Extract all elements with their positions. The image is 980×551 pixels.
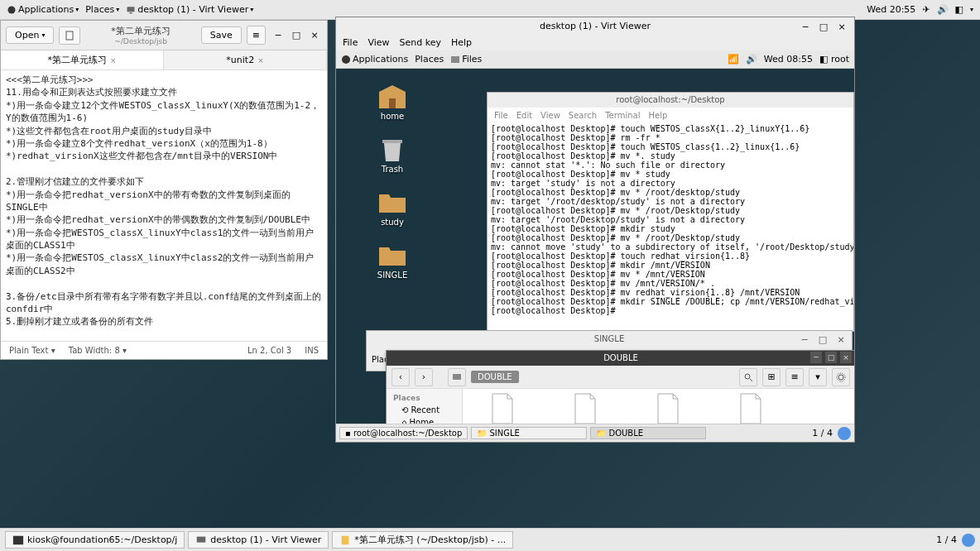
file-icon xyxy=(655,392,681,425)
svg-rect-15 xyxy=(342,535,349,544)
study-folder-icon[interactable]: study xyxy=(368,189,417,227)
maximize-button[interactable]: □ xyxy=(825,352,837,363)
save-button[interactable]: Save xyxy=(201,26,242,44)
close-icon[interactable]: × xyxy=(110,56,117,65)
term-menu-terminal[interactable]: Terminal xyxy=(605,111,640,120)
display-icon xyxy=(195,534,207,546)
view-options-button[interactable]: ▾ xyxy=(809,368,827,386)
active-window-menu[interactable]: desktop (1) - Virt Viewer▾ xyxy=(126,4,253,15)
forward-button[interactable]: › xyxy=(415,368,433,386)
minimize-button[interactable]: ─ xyxy=(798,19,813,34)
menu-sendkey[interactable]: Send key xyxy=(400,37,441,48)
list-view-button[interactable]: ≡ xyxy=(785,368,804,386)
close-button[interactable]: × xyxy=(833,333,848,347)
svg-rect-5 xyxy=(451,56,459,63)
maximize-button[interactable]: □ xyxy=(816,19,831,34)
tabwidth-selector[interactable]: Tab Width: 8 ▾ xyxy=(69,346,127,355)
hamburger-button[interactable]: ≡ xyxy=(247,26,266,45)
single-folder-icon[interactable]: SINGLE xyxy=(368,242,417,280)
applications-menu[interactable]: Applications▾ xyxy=(7,4,79,15)
task-gedit[interactable]: *第二单元练习 (~/Desktop/jsb) - ... xyxy=(332,531,513,549)
path-button[interactable]: DOUBLE xyxy=(471,371,519,383)
close-button[interactable]: × xyxy=(834,19,849,34)
workspace-switcher-icon[interactable] xyxy=(838,427,851,440)
minimize-button[interactable]: ─ xyxy=(810,352,822,363)
menu-file[interactable]: File xyxy=(343,37,358,48)
workspace-switcher-icon[interactable] xyxy=(962,534,975,547)
folder-icon xyxy=(377,84,407,110)
folder-icon xyxy=(377,242,407,269)
svg-point-0 xyxy=(8,6,16,13)
guest-workspace[interactable]: 1 / 4 xyxy=(812,428,833,438)
host-bottom-panel: kiosk@foundation65:~/Desktop/j desktop (… xyxy=(0,528,980,551)
file-icon xyxy=(737,392,764,425)
airplane-icon[interactable]: ✈ xyxy=(922,4,930,15)
system-menu[interactable]: ▾ xyxy=(970,6,973,13)
minimize-button[interactable]: ─ xyxy=(271,28,286,43)
virt-viewer-window: desktop (1) - Virt Viewer ─ □ × File Vie… xyxy=(335,17,855,443)
computer-button[interactable] xyxy=(448,368,466,386)
open-button[interactable]: Open ▾ xyxy=(6,26,54,44)
guest-files-menu[interactable]: Files xyxy=(450,54,482,65)
trash-icon[interactable]: Trash xyxy=(368,137,417,174)
guest-applications-menu[interactable]: Applications xyxy=(341,54,408,65)
network-icon[interactable]: 📶 xyxy=(728,54,739,65)
host-workspace[interactable]: 1 / 4 xyxy=(936,534,957,545)
terminal-body[interactable]: [root@localhost Desktop]# touch WESTOS_c… xyxy=(488,122,853,331)
svg-rect-13 xyxy=(13,535,23,544)
volume-icon[interactable]: 🔊 xyxy=(746,54,757,65)
home-folder-icon[interactable]: home xyxy=(368,84,417,121)
file-icon xyxy=(489,392,516,425)
terminal-titlebar[interactable]: root@localhost:~/Desktop xyxy=(488,93,853,108)
term-menu-edit[interactable]: Edit xyxy=(516,111,532,120)
svg-line-10 xyxy=(750,379,752,381)
guest-clock[interactable]: Wed 08:55 xyxy=(764,54,813,65)
virt-titlebar[interactable]: desktop (1) - Virt Viewer ─ □ × xyxy=(336,17,854,34)
task-terminal[interactable]: ▪ root@localhost:~/Desktop xyxy=(339,427,468,439)
battery-icon[interactable]: ◧ xyxy=(955,4,963,15)
guest-desktop[interactable]: home Trash study SINGLE root@localhost:~… xyxy=(336,69,854,442)
sidebar-recent[interactable]: ⟲ Recent xyxy=(390,404,459,416)
grid-view-button[interactable]: ⊞ xyxy=(762,368,781,386)
guest-topbar: Applications Places Files 📶 🔊 Wed 08:55 … xyxy=(336,50,854,69)
files-single-titlebar[interactable]: SINGLE ─ □ × xyxy=(367,331,852,347)
task-virt-viewer[interactable]: desktop (1) - Virt Viewer xyxy=(188,531,329,549)
term-menu-view[interactable]: View xyxy=(540,111,560,120)
new-tab-button[interactable] xyxy=(59,26,80,45)
term-menu-file[interactable]: File xyxy=(494,111,508,120)
term-menu-help[interactable]: Help xyxy=(648,111,667,120)
insert-mode: INS xyxy=(305,346,319,355)
task-single[interactable]: 📁 SINGLE xyxy=(471,427,587,439)
search-button[interactable] xyxy=(739,368,757,386)
term-menu-search[interactable]: Search xyxy=(569,111,597,120)
clock[interactable]: Wed 20:55 xyxy=(867,4,915,15)
gedit-textarea[interactable]: <<<第二单元练习>>> 11.用命令和正则表达式按照要求建立文件 *)用一条命… xyxy=(1,70,327,341)
gear-button[interactable] xyxy=(832,368,850,386)
guest-bottom-panel: ▪ root@localhost:~/Desktop 📁 SINGLE 📁 DO… xyxy=(336,424,854,442)
places-menu[interactable]: Places▾ xyxy=(85,4,119,15)
task-kiosk-terminal[interactable]: kiosk@foundation65:~/Desktop/j xyxy=(5,531,185,549)
close-button[interactable]: × xyxy=(840,352,852,363)
svg-point-4 xyxy=(342,55,350,64)
terminal-icon xyxy=(12,534,24,546)
files-double-titlebar[interactable]: DOUBLE ─ □ × xyxy=(387,351,854,366)
close-icon[interactable]: × xyxy=(257,56,264,65)
menu-help[interactable]: Help xyxy=(451,37,472,48)
menu-view[interactable]: View xyxy=(368,37,389,48)
trash-svg-icon xyxy=(377,137,407,163)
back-button[interactable]: ‹ xyxy=(392,368,410,386)
minimize-button[interactable]: ─ xyxy=(797,333,812,347)
maximize-button[interactable]: □ xyxy=(815,333,830,347)
folder-icon xyxy=(377,189,407,216)
lang-selector[interactable]: Plain Text ▾ xyxy=(9,346,55,355)
guest-user-menu[interactable]: ◧ root xyxy=(819,54,849,65)
tab-2[interactable]: *unit2× xyxy=(164,50,327,69)
close-button[interactable]: × xyxy=(307,28,322,43)
guest-places-menu[interactable]: Places xyxy=(415,54,444,65)
maximize-button[interactable]: □ xyxy=(289,28,304,43)
svg-rect-7 xyxy=(382,140,402,143)
task-double[interactable]: 📁 DOUBLE xyxy=(590,427,706,439)
tab-1[interactable]: *第二单元练习× xyxy=(1,50,164,69)
svg-rect-14 xyxy=(197,536,206,542)
volume-icon[interactable]: 🔊 xyxy=(937,4,949,15)
